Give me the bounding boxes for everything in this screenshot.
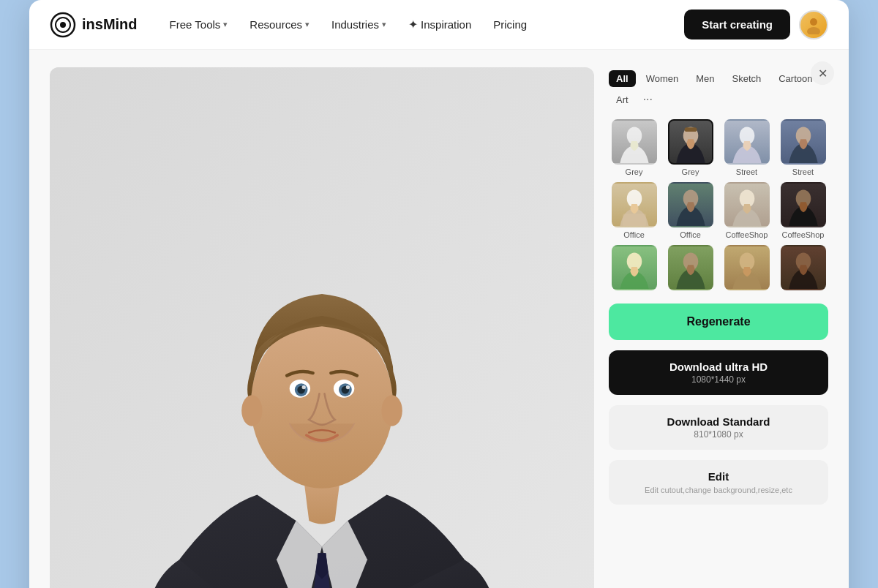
- navbar: insMind Free Tools ▾ Resources ▾ Industr…: [29, 0, 849, 50]
- thumbnail-item[interactable]: [778, 245, 828, 293]
- nav-links: Free Tools ▾ Resources ▾ Industries ▾ ✦ …: [161, 12, 685, 37]
- user-icon: [804, 15, 823, 34]
- thumbnail-item[interactable]: Street: [721, 119, 772, 176]
- thumb-portrait: [613, 121, 656, 163]
- svg-point-2: [60, 22, 66, 28]
- download-uhd-size: 1080*1440 px: [619, 374, 818, 385]
- edit-title: Edit: [619, 470, 818, 483]
- thumbnail-item[interactable]: [721, 245, 772, 293]
- filter-more-button[interactable]: ···: [639, 90, 657, 109]
- nav-free-tools[interactable]: Free Tools ▾: [161, 12, 237, 37]
- chevron-icon: ▾: [305, 20, 309, 29]
- browser-window: insMind Free Tools ▾ Resources ▾ Industr…: [29, 0, 849, 588]
- svg-rect-22: [684, 127, 697, 132]
- svg-point-14: [302, 385, 306, 389]
- thumbnail-item[interactable]: [609, 245, 659, 293]
- thumb-portrait: [669, 246, 712, 289]
- nav-right: Start creating: [684, 10, 828, 39]
- filter-tabs: All Women Men Sketch Cartoon Art ···: [609, 70, 828, 109]
- thumb-label: CoffeeShop: [726, 230, 768, 239]
- chevron-icon: ▾: [223, 20, 228, 29]
- main-photo: [50, 67, 594, 588]
- thumbnail-item[interactable]: Street: [778, 119, 828, 176]
- svg-point-17: [381, 395, 402, 426]
- nav-resources[interactable]: Resources ▾: [241, 12, 318, 37]
- svg-point-3: [810, 18, 817, 26]
- thumbnail-item[interactable]: CoffeeShop: [721, 182, 772, 239]
- thumbnail-grid: Grey Grey: [609, 119, 828, 293]
- nav-industries[interactable]: Industries ▾: [323, 12, 395, 37]
- edit-sub: Edit cutout,change background,resize,etc: [619, 486, 818, 494]
- download-std-title: Download Standard: [619, 415, 818, 428]
- thumb-label: Office: [623, 230, 645, 239]
- download-standard-button[interactable]: Download Standard 810*1080 px: [609, 405, 828, 450]
- thumb-portrait: [669, 121, 712, 163]
- logo-text: insMind: [82, 16, 138, 33]
- thumb-portrait: [726, 184, 768, 226]
- nav-pricing[interactable]: Pricing: [484, 12, 536, 37]
- thumbnail-item[interactable]: Grey: [665, 119, 716, 176]
- logo[interactable]: insMind: [50, 12, 138, 38]
- side-panel: ✕ All Women Men Sketch Cartoon Art ···: [609, 67, 828, 588]
- filter-tab-all[interactable]: All: [609, 70, 636, 87]
- thumbnail-item[interactable]: Office: [609, 182, 659, 239]
- thumb-portrait: [782, 121, 825, 163]
- thumb-label: Street: [736, 167, 757, 176]
- thumb-label: Grey: [626, 167, 643, 176]
- filter-tab-men[interactable]: Men: [688, 70, 721, 87]
- filter-tab-art[interactable]: Art: [609, 91, 636, 108]
- thumb-portrait: [613, 246, 656, 289]
- thumbnail-item[interactable]: [665, 245, 716, 293]
- filter-tab-women[interactable]: Women: [639, 70, 686, 87]
- thumb-label: Grey: [682, 167, 699, 176]
- svg-point-7: [251, 320, 394, 488]
- thumb-portrait: [669, 184, 712, 226]
- download-uhd-title: Download ultra HD: [619, 361, 818, 373]
- close-button[interactable]: ✕: [811, 61, 834, 85]
- thumbnail-item[interactable]: Office: [665, 182, 716, 239]
- thumb-label: Street: [792, 167, 814, 176]
- thumb-portrait: [726, 121, 768, 163]
- svg-rect-26: [623, 214, 646, 226]
- regenerate-button[interactable]: Regenerate: [609, 304, 828, 340]
- thumbnail-item[interactable]: CoffeeShop: [778, 182, 828, 239]
- filter-tab-sketch[interactable]: Sketch: [724, 70, 768, 87]
- nav-inspiration[interactable]: ✦ Inspiration: [399, 12, 480, 37]
- download-uhd-button[interactable]: Download ultra HD 1080*1440 px: [609, 350, 828, 395]
- edit-button[interactable]: Edit Edit cutout,change background,resiz…: [609, 460, 828, 505]
- main-content: ✕ All Women Men Sketch Cartoon Art ···: [29, 50, 849, 588]
- thumbnail-item[interactable]: Grey: [609, 119, 659, 176]
- svg-point-4: [807, 27, 820, 34]
- chevron-icon: ▾: [382, 20, 386, 29]
- thumb-label: Office: [680, 230, 701, 239]
- thumb-portrait: [782, 246, 825, 289]
- star-icon: ✦: [408, 18, 418, 31]
- thumb-portrait: [782, 184, 825, 226]
- logo-icon: [50, 12, 76, 38]
- avatar[interactable]: [799, 10, 828, 39]
- download-std-size: 810*1080 px: [619, 429, 818, 440]
- thumb-portrait: [726, 246, 768, 289]
- thumb-portrait: [613, 184, 656, 226]
- start-creating-button[interactable]: Start creating: [684, 10, 790, 39]
- photo-viewer: [50, 67, 594, 588]
- thumb-label: CoffeeShop: [782, 230, 825, 239]
- svg-point-16: [241, 395, 262, 426]
- svg-point-15: [346, 385, 350, 389]
